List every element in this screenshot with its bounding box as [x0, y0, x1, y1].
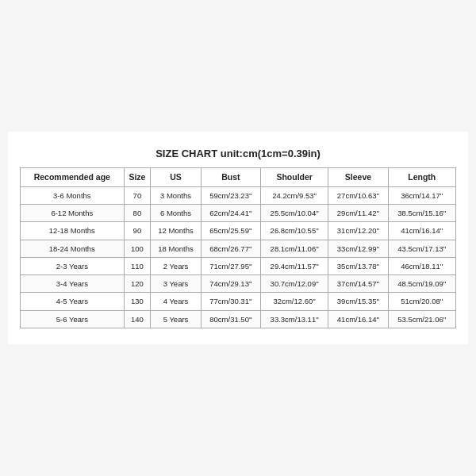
table-cell: 12 Months [151, 222, 202, 240]
table-cell: 4 Years [151, 293, 202, 310]
table-cell: 29cm/11.42'' [328, 204, 388, 221]
table-cell: 35cm/13.78'' [328, 257, 388, 274]
table-cell: 2-3 Years [21, 257, 125, 274]
column-header: Recommended age [21, 167, 125, 186]
table-row: 2-3 Years1102 Years71cm/27.95''29.4cm/11… [21, 257, 456, 274]
table-cell: 31cm/12.20'' [328, 222, 388, 240]
table-cell: 80 [124, 204, 151, 221]
table-cell: 36cm/14.17'' [388, 186, 455, 204]
table-cell: 32cm/12.60'' [261, 293, 328, 310]
table-cell: 51cm/20.08'' [388, 293, 455, 310]
column-header: US [151, 167, 202, 186]
table-cell: 53.5cm/21.06'' [388, 310, 455, 328]
table-cell: 30.7cm/12.09'' [261, 275, 328, 293]
table-cell: 5-6 Years [21, 310, 125, 328]
table-row: 6-12 Months806 Months62cm/24.41''25.5cm/… [21, 204, 456, 221]
table-cell: 2 Years [151, 257, 202, 274]
table-row: 18-24 Months10018 Months68cm/26.77''28.1… [21, 240, 456, 257]
table-cell: 33cm/12.99'' [328, 240, 388, 257]
table-cell: 65cm/25.59'' [201, 222, 260, 240]
column-header: Bust [201, 167, 260, 186]
table-header-row: Recommended ageSizeUSBustShoulderSleeveL… [21, 167, 456, 186]
table-cell: 90 [124, 222, 151, 240]
table-cell: 25.5cm/10.04'' [261, 204, 328, 221]
table-cell: 37cm/14.57'' [328, 275, 388, 293]
table-cell: 18 Months [151, 240, 202, 257]
chart-title: SIZE CHART unit:cm(1cm=0.39in) [20, 148, 456, 159]
table-cell: 77cm/30.31'' [201, 293, 260, 310]
table-cell: 5 Years [151, 310, 202, 328]
column-header: Length [388, 167, 455, 186]
table-cell: 3-4 Years [21, 275, 125, 293]
table-cell: 41cm/16.14'' [328, 310, 388, 328]
table-cell: 80cm/31.50'' [201, 310, 260, 328]
table-cell: 39cm/15.35'' [328, 293, 388, 310]
table-cell: 3-6 Months [21, 186, 125, 204]
table-cell: 71cm/27.95'' [201, 257, 260, 274]
table-cell: 33.3cm/13.11'' [261, 310, 328, 328]
table-cell: 70 [124, 186, 151, 204]
table-cell: 29.4cm/11.57'' [261, 257, 328, 274]
table-cell: 26.8cm/10.55'' [261, 222, 328, 240]
table-row: 3-4 Years1203 Years74cm/29.13''30.7cm/12… [21, 275, 456, 293]
column-header: Shoulder [261, 167, 328, 186]
table-cell: 12-18 Months [21, 222, 125, 240]
table-cell: 46cm/18.11'' [388, 257, 455, 274]
table-cell: 130 [124, 293, 151, 310]
table-cell: 4-5 Years [21, 293, 125, 310]
column-header: Size [124, 167, 151, 186]
table-cell: 74cm/29.13'' [201, 275, 260, 293]
table-row: 12-18 Months9012 Months65cm/25.59''26.8c… [21, 222, 456, 240]
size-chart-container: SIZE CHART unit:cm(1cm=0.39in) Recommend… [8, 132, 468, 344]
table-cell: 18-24 Months [21, 240, 125, 257]
table-cell: 68cm/26.77'' [201, 240, 260, 257]
table-cell: 6 Months [151, 204, 202, 221]
table-cell: 27cm/10.63'' [328, 186, 388, 204]
table-cell: 41cm/16.14'' [388, 222, 455, 240]
table-row: 3-6 Months703 Months59cm/23.23''24.2cm/9… [21, 186, 456, 204]
column-header: Sleeve [328, 167, 388, 186]
size-chart-table: Recommended ageSizeUSBustShoulderSleeveL… [20, 167, 456, 328]
table-cell: 62cm/24.41'' [201, 204, 260, 221]
table-cell: 28.1cm/11.06'' [261, 240, 328, 257]
table-row: 4-5 Years1304 Years77cm/30.31''32cm/12.6… [21, 293, 456, 310]
table-cell: 120 [124, 275, 151, 293]
table-cell: 100 [124, 240, 151, 257]
table-row: 5-6 Years1405 Years80cm/31.50''33.3cm/13… [21, 310, 456, 328]
table-cell: 110 [124, 257, 151, 274]
table-cell: 43.5cm/17.13'' [388, 240, 455, 257]
table-cell: 38.5cm/15.16'' [388, 204, 455, 221]
table-cell: 3 Months [151, 186, 202, 204]
table-cell: 3 Years [151, 275, 202, 293]
table-cell: 140 [124, 310, 151, 328]
table-cell: 59cm/23.23'' [201, 186, 260, 204]
table-cell: 24.2cm/9.53'' [261, 186, 328, 204]
table-cell: 6-12 Months [21, 204, 125, 221]
table-cell: 48.5cm/19.09'' [388, 275, 455, 293]
